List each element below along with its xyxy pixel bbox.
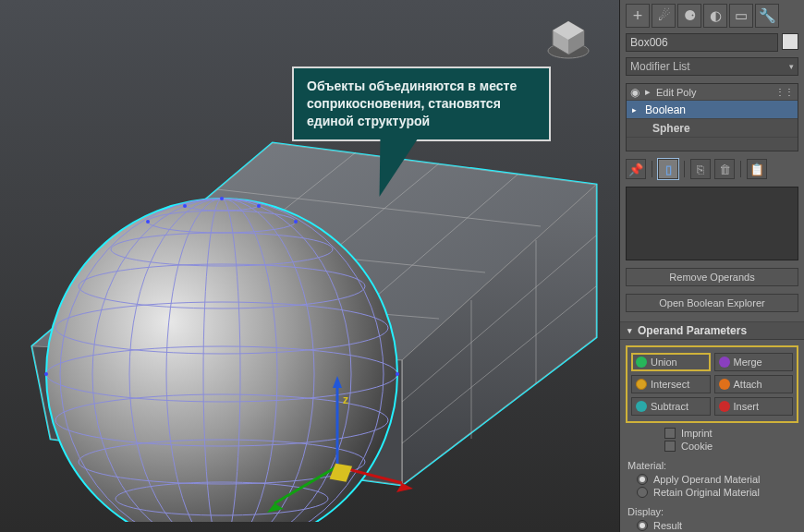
imprint-checkbox[interactable] <box>664 428 676 439</box>
modifier-stack[interactable]: ◉ ▸ Edit Poly ⋮⋮ ▸ Boolean Sphere <box>626 83 798 151</box>
op-union-button[interactable]: Union <box>631 353 711 371</box>
insert-icon <box>719 401 730 412</box>
rollout-twisty-icon: ▾ <box>627 326 632 335</box>
rollout-operand-parameters[interactable]: ▾ Operand Parameters <box>620 321 804 340</box>
panel-tabs: + ☄ ⚈ ◐ ▭ 🔧 <box>620 0 804 31</box>
svg-point-38 <box>294 220 298 224</box>
tutorial-callout: Объекты объединяются в месте соприкоснов… <box>292 66 551 141</box>
open-boolean-explorer-button[interactable]: Open Boolean Explorer <box>626 294 798 312</box>
make-unique-icon[interactable]: ⎘ <box>690 159 711 179</box>
viewport-3d[interactable]: z Объекты объединяются в месте соприкосн… <box>0 0 619 532</box>
modifier-label: Sphere <box>652 122 690 135</box>
operands-list[interactable] <box>626 187 798 260</box>
apply-material-radio[interactable] <box>637 474 648 485</box>
stack-toolbar: 📌 ▯ ⎘ 🗑 📋 <box>620 155 804 183</box>
modify-tab-icon[interactable]: ☄ <box>652 4 676 28</box>
operation-type-group: Union Merge Intersect Attach Subtract In… <box>626 345 798 423</box>
intersect-icon <box>636 379 647 390</box>
svg-point-40 <box>396 372 399 376</box>
svg-point-39 <box>44 372 48 376</box>
op-merge-button[interactable]: Merge <box>714 353 794 371</box>
expand-icon[interactable]: ▸ <box>645 86 651 98</box>
delete-modifier-icon[interactable]: 🗑 <box>714 159 735 179</box>
union-icon <box>636 357 647 368</box>
merge-icon <box>719 357 730 368</box>
callout-text: Объекты объединяются в месте соприкоснов… <box>307 79 517 128</box>
op-intersect-button[interactable]: Intersect <box>631 375 711 393</box>
op-insert-button[interactable]: Insert <box>714 397 794 416</box>
modifier-list-dropdown[interactable]: Modifier List <box>626 57 798 76</box>
retain-material-radio[interactable] <box>637 487 648 498</box>
pin-stack-icon[interactable]: 📌 <box>626 159 646 179</box>
svg-point-36 <box>257 204 261 208</box>
expand-icon: ▸ <box>632 105 640 115</box>
configure-sets-icon[interactable]: 📋 <box>747 159 767 179</box>
menu-dots-icon[interactable]: ⋮⋮ <box>775 87 794 97</box>
imprint-label: Imprint <box>681 428 713 439</box>
svg-point-35 <box>183 204 187 208</box>
cookie-checkbox[interactable] <box>664 441 676 452</box>
show-end-result-icon[interactable]: ▯ <box>658 159 678 179</box>
display-result-radio[interactable] <box>637 520 648 531</box>
command-panel: + ☄ ⚈ ◐ ▭ 🔧 Modifier List ◉ ▸ Edit Poly … <box>619 0 804 532</box>
rollout-title: Operand Parameters <box>638 324 747 337</box>
display-result-label: Result <box>653 520 682 531</box>
modifier-list-label: Modifier List <box>630 60 690 73</box>
modifier-name: Edit Poly <box>656 87 696 98</box>
attach-icon <box>719 379 730 390</box>
cookie-label: Cookie <box>681 441 713 452</box>
motion-tab-icon[interactable]: ◐ <box>703 4 727 28</box>
svg-point-34 <box>220 197 224 200</box>
object-name-input[interactable] <box>626 33 778 52</box>
svg-point-37 <box>146 220 150 224</box>
utilities-tab-icon[interactable]: 🔧 <box>755 4 779 28</box>
svg-text:z: z <box>343 393 348 406</box>
apply-material-label: Apply Operand Material <box>653 474 761 485</box>
visibility-icon[interactable]: ◉ <box>630 86 640 99</box>
create-tab-icon[interactable]: + <box>626 4 650 28</box>
op-subtract-button[interactable]: Subtract <box>631 397 711 416</box>
modifier-item-sphere[interactable]: Sphere <box>627 119 798 138</box>
op-attach-button[interactable]: Attach <box>714 375 794 393</box>
display-label: Display: <box>620 499 804 519</box>
retain-material-label: Retain Original Material <box>653 487 760 498</box>
display-tab-icon[interactable]: ▭ <box>729 4 753 28</box>
material-label: Material: <box>620 453 804 473</box>
modifier-stack-header[interactable]: ◉ ▸ Edit Poly ⋮⋮ <box>627 84 798 101</box>
subtract-icon <box>636 401 647 412</box>
object-color-swatch[interactable] <box>782 33 798 50</box>
modifier-label: Boolean <box>645 103 686 116</box>
viewcube[interactable] <box>545 14 591 60</box>
hierarchy-tab-icon[interactable]: ⚈ <box>677 4 701 28</box>
boolean-result-mesh[interactable]: z <box>5 97 605 522</box>
modifier-item-boolean[interactable]: ▸ Boolean <box>627 101 798 119</box>
remove-operands-button[interactable]: Remove Operands <box>626 268 798 286</box>
